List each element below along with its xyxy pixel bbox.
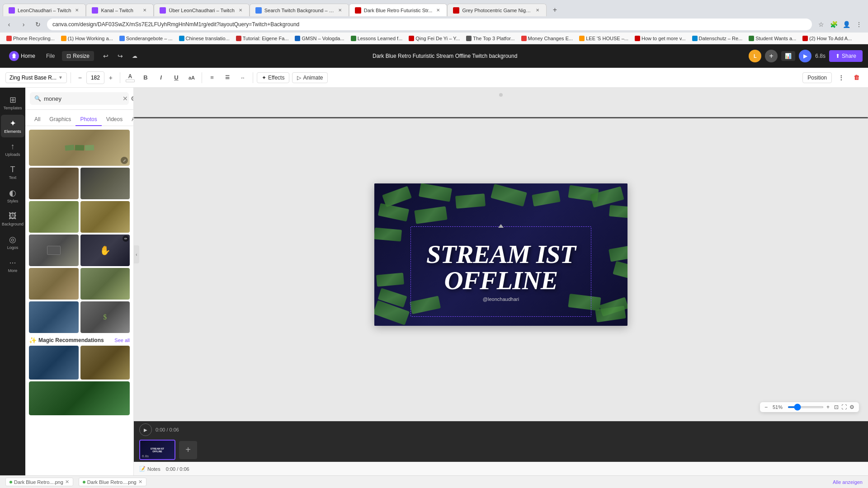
tab-close-3[interactable]: ✕ [237,7,244,14]
tab-close-2[interactable]: ✕ [142,7,148,14]
collapse-panel-button[interactable]: ‹ [134,245,139,263]
resize-button[interactable]: ⊡ Resize [62,51,94,61]
sidebar-item-text[interactable]: T Text [1,161,24,183]
notes-button[interactable]: 📝 Notes [139,466,160,472]
photo-item-9[interactable] [29,301,79,333]
animate-button[interactable]: ▷ Animate [292,72,328,83]
photo-item-8[interactable] [80,268,130,300]
save-button[interactable]: ☁ [128,50,141,62]
photo-item-1[interactable] [29,168,79,199]
sidebar-item-templates[interactable]: ⊞ Templates [1,91,24,114]
bookmark-2[interactable]: (1) How Working a... [58,35,116,42]
add-slide-button[interactable]: + [179,441,197,459]
zoom-out-button[interactable]: − [764,404,768,410]
font-size-decrease[interactable]: − [75,72,85,83]
back-button[interactable]: ‹ [4,19,14,30]
more-options-button[interactable]: ⋮ [835,71,847,84]
canvas-scroll[interactable]: STREAM IST OFFLINE @leonchaudhari − 51% … [134,88,868,421]
tab-close-5[interactable]: ✕ [435,7,441,14]
italic-button[interactable]: I [155,71,167,84]
menu-btn[interactable]: ⋮ [854,19,864,30]
tab-close-4[interactable]: ✕ [337,7,343,14]
delete-button[interactable]: 🗑 [850,71,863,84]
address-input[interactable]: canva.com/design/DAF03SwZX/mSs7E2LFUyhRm… [47,19,812,30]
undo-button[interactable]: ↩ [99,50,112,62]
timeline-play-button[interactable]: ▶ [139,423,152,436]
tab-graphics[interactable]: Graphics [45,113,75,126]
bookmark-9[interactable]: The Top 3 Platfor... [463,35,517,42]
photo-item-10[interactable]: $ [80,301,130,333]
status-file-1[interactable]: Dark Blue Retro....png ✕ [5,478,73,486]
tab-3[interactable]: Über LeonChaudhari – Twitch ✕ [154,4,249,16]
add-collaborator-button[interactable]: + [765,50,778,62]
bookmark-1[interactable]: Phone Recycling... [4,35,57,42]
fullscreen-button[interactable]: ⛶ [841,404,847,410]
search-clear-icon[interactable]: ✕ [123,95,128,102]
forward-button[interactable]: › [18,19,29,30]
home-button[interactable]: Home [5,49,39,63]
photo-item-2[interactable] [80,168,130,199]
show-all-button[interactable]: Alle anzeigen [833,479,863,485]
bookmark-btn[interactable]: ☆ [816,19,826,30]
new-tab-button[interactable]: + [548,4,561,16]
text-color-button[interactable]: A [124,71,137,84]
bold-button[interactable]: B [139,71,152,84]
tab-close-1[interactable]: ✕ [74,7,80,14]
bookmark-15[interactable]: (2) How To Add A... [800,35,854,42]
rotate-handle[interactable] [498,224,504,230]
photo-item-6[interactable]: ✋ ✏ [80,235,130,266]
tab-4[interactable]: Search Twitch Background – C... ✕ [250,4,349,16]
list-button[interactable]: ☰ [221,71,234,84]
sidebar-item-elements[interactable]: ✦ Elements [1,115,24,137]
position-button[interactable]: Position [802,72,832,83]
sidebar-item-background[interactable]: 🖼 Background [1,208,24,230]
photo-item-4[interactable] [80,201,130,233]
bookmark-6[interactable]: GMSN – Vologda... [292,35,347,42]
settings-button[interactable]: ⚙ [849,404,854,410]
zoom-in-button[interactable]: + [826,404,830,410]
bookmark-7[interactable]: Lessons Learned f... [348,35,406,42]
bookmark-13[interactable]: Datenschutz – Re... [689,35,745,42]
effects-button[interactable]: ✦ Effects [257,72,289,83]
magic-photo-1[interactable] [29,346,79,380]
sidebar-item-styles[interactable]: ◐ Styles [1,184,24,207]
magic-photo-2[interactable] [80,346,130,380]
status-close-2[interactable]: ✕ [138,479,142,485]
sidebar-item-uploads[interactable]: ↑ Uploads [1,138,24,160]
bookmark-3[interactable]: Sonderangebote – ... [117,35,175,42]
bookmark-8[interactable]: Qing Fei De Yi – Y... [406,35,462,42]
timeline-track[interactable] [134,117,868,118]
profile-btn[interactable]: 👤 [841,19,852,30]
bookmark-12[interactable]: How to get more v... [632,35,689,42]
photo-item-featured[interactable]: ⤢ [29,130,130,166]
tab-2[interactable]: Kanal – Twitch ✕ [86,4,154,16]
reload-button[interactable]: ↻ [33,19,43,30]
status-file-2[interactable]: Dark Blue Retro....png ✕ [79,478,146,486]
slide-thumbnail-1[interactable]: STREAM ISTOFFLINE 6.8s [139,440,175,460]
font-size-increase[interactable]: + [105,72,116,83]
search-input[interactable] [44,95,120,102]
tab-audio[interactable]: Audio [127,113,134,126]
tab-close-6[interactable]: ✕ [534,7,541,14]
sidebar-item-logos[interactable]: ◎ Logos [1,231,24,253]
stats-button[interactable]: 📊 [781,51,795,61]
design-canvas[interactable]: STREAM IST OFFLINE @leonchaudhari [374,183,627,326]
photo-item-7[interactable] [29,268,79,300]
photo-item-5[interactable] [29,235,79,266]
bookmark-11[interactable]: LEE 'S HOUSE –... [576,35,631,42]
zoom-slider[interactable] [788,406,824,408]
file-button[interactable]: File [42,51,58,61]
align-left-button[interactable]: ≡ [206,71,218,84]
font-size-input[interactable] [86,71,104,84]
bookmark-5[interactable]: Tutorial: Eigene Fa... [233,35,292,42]
see-all-button[interactable]: See all [114,338,130,343]
tab-all[interactable]: All [30,113,45,126]
bookmark-4[interactable]: Chinese translatio... [176,35,232,42]
sidebar-item-more[interactable]: ··· More [1,254,24,277]
photo-item-3[interactable] [29,201,79,233]
share-button[interactable]: ⬆ Share [829,50,863,62]
magic-photo-3[interactable] [29,381,130,415]
play-button[interactable]: ▶ [799,50,811,62]
bookmark-10[interactable]: Money Changes E... [519,35,576,42]
search-filter-icon[interactable]: ⚙ [131,95,134,102]
